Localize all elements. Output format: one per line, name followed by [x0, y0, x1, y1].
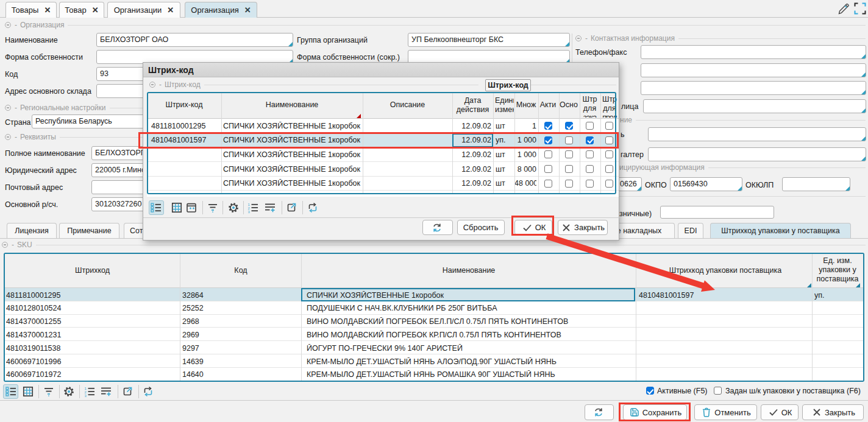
svg-text:3: 3 [247, 210, 250, 214]
svg-text:3: 3 [85, 394, 87, 398]
